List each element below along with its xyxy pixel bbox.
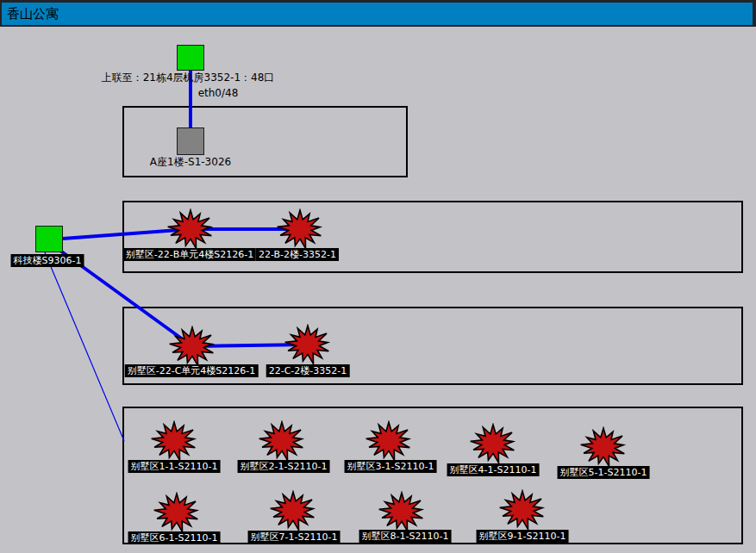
node-villa-5-1[interactable] xyxy=(579,426,628,468)
alarm-starburst-icon xyxy=(579,426,628,468)
node-villa-4-1[interactable] xyxy=(469,423,517,464)
alarm-starburst-icon xyxy=(284,324,332,365)
node-villa-22b-unit4[interactable] xyxy=(166,208,215,250)
node-villa-2-1[interactable] xyxy=(258,420,306,462)
node-label-tech-building-switch: 科技楼S9306-1 xyxy=(11,254,84,267)
node-label-villa-7-1: 别墅区7-1-S2110-1 xyxy=(248,531,341,544)
switch-ok-icon xyxy=(177,45,204,71)
node-label-villa-9-1: 别墅区9-1-S2110-1 xyxy=(477,530,569,543)
node-villa-9-1[interactable] xyxy=(498,489,547,531)
node-label-villa-2-1: 别墅区2-1-S2110-1 xyxy=(238,460,330,473)
alarm-starburst-icon xyxy=(498,489,547,531)
node-villa-22b-2f[interactable] xyxy=(276,208,324,250)
alarm-starburst-icon xyxy=(269,490,317,531)
alarm-starburst-icon xyxy=(150,420,198,462)
node-label-villa-22c-unit4: 别墅区-22-C单元4楼S2126-1 xyxy=(125,364,259,377)
alarm-starburst-icon xyxy=(378,491,426,532)
node-label-villa-6-1: 别墅区6-1-S2110-1 xyxy=(128,531,221,544)
alarm-starburst-icon xyxy=(166,208,215,250)
title-bar-fill: 香山公寓 xyxy=(2,3,753,25)
node-label-villa-4-1: 别墅区4-1-S2110-1 xyxy=(447,463,540,476)
node-a-block-switch[interactable] xyxy=(177,127,204,155)
node-villa-1-1[interactable] xyxy=(150,420,198,462)
node-villa-3-1[interactable] xyxy=(365,420,413,462)
alarm-starburst-icon xyxy=(258,420,306,462)
window-title: 香山公寓 xyxy=(7,6,59,22)
node-label-villa-22b-unit4: 别墅区-22-B单元4楼S2126-1 xyxy=(123,248,256,261)
node-label-villa-22c-2f: 22-C-2楼-3352-1 xyxy=(266,364,350,377)
switch-unknown-icon xyxy=(177,127,204,155)
node-villa-7-1[interactable] xyxy=(269,490,317,531)
node-label-a-block-switch: A座1楼-S1-3026 xyxy=(150,157,231,168)
link-tech-to-villa-area[interactable] xyxy=(45,252,124,441)
box-villa-area xyxy=(122,407,743,544)
node-villa-8-1[interactable] xyxy=(378,491,426,532)
node-uplink-switch[interactable] xyxy=(177,45,204,71)
node-label-villa-1-1: 别墅区1-1-S2110-1 xyxy=(128,460,221,473)
node-label-villa-5-1: 别墅区5-1-S2110-1 xyxy=(558,466,650,479)
topology-canvas: 上联至：21栋4层机房3352-1：48口A座1楼-S1-3026科技楼S930… xyxy=(0,0,756,553)
node-villa-22c-2f[interactable] xyxy=(284,324,332,365)
node-label-uplink-switch: 上联至：21栋4层机房3352-1：48口 xyxy=(102,72,275,84)
alarm-starburst-icon xyxy=(168,326,216,367)
node-tech-building-switch[interactable] xyxy=(35,226,63,252)
box-villa-22b xyxy=(122,201,743,273)
alarm-starburst-icon xyxy=(153,492,201,533)
switch-ok-icon xyxy=(35,226,63,252)
alarm-starburst-icon xyxy=(469,423,517,464)
title-bar: 香山公寓 xyxy=(0,0,756,27)
node-label-villa-22b-2f: 22-B-2楼-3352-1 xyxy=(256,248,339,261)
port-label-eth0-48: eth0/48 xyxy=(198,88,239,99)
node-label-villa-3-1: 别墅区3-1-S2110-1 xyxy=(345,460,437,473)
alarm-starburst-icon xyxy=(276,208,324,250)
node-villa-22c-unit4[interactable] xyxy=(168,326,216,367)
node-label-villa-8-1: 别墅区8-1-S2110-1 xyxy=(359,530,452,543)
alarm-starburst-icon xyxy=(365,420,413,462)
node-villa-6-1[interactable] xyxy=(153,492,201,533)
